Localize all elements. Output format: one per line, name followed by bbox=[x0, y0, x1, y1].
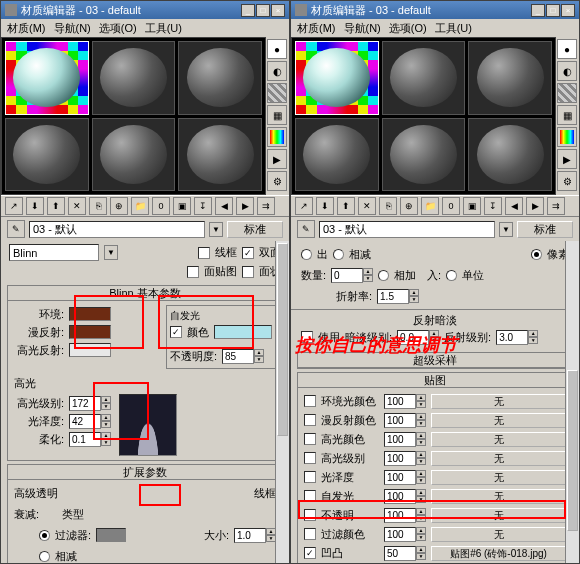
subtract-radio[interactable] bbox=[333, 249, 344, 260]
add-radio[interactable] bbox=[378, 270, 389, 281]
put-library-icon[interactable]: 📁 bbox=[131, 197, 149, 215]
map-amount-input[interactable] bbox=[384, 451, 416, 466]
close-button[interactable]: × bbox=[271, 4, 285, 17]
assign-icon[interactable]: ⬆ bbox=[337, 197, 355, 215]
preview-slot-5[interactable] bbox=[92, 118, 176, 192]
make-unique-icon[interactable]: ⊕ bbox=[400, 197, 418, 215]
map-amount-input[interactable] bbox=[384, 527, 416, 542]
assign-icon[interactable]: ⬆ bbox=[47, 197, 65, 215]
spin-up-icon[interactable]: ▲ bbox=[254, 349, 264, 356]
spin-up-icon[interactable]: ▲ bbox=[416, 413, 426, 420]
spin-up-icon[interactable]: ▲ bbox=[416, 546, 426, 553]
map-slot-button[interactable]: 无 bbox=[431, 394, 566, 409]
scrollbar-thumb[interactable] bbox=[277, 243, 288, 436]
material-type-button[interactable]: 标准 bbox=[227, 221, 283, 238]
spin-up-icon[interactable]: ▲ bbox=[416, 527, 426, 534]
reset-icon[interactable]: ✕ bbox=[358, 197, 376, 215]
dropdown-arrow-icon[interactable]: ▼ bbox=[209, 222, 223, 237]
map-amount-input[interactable] bbox=[384, 394, 416, 409]
show-end-icon[interactable]: ↧ bbox=[484, 197, 502, 215]
options-icon[interactable]: ⚙ bbox=[267, 171, 287, 191]
preview-slot-4[interactable] bbox=[5, 118, 89, 192]
nav-child-icon[interactable]: ⇉ bbox=[547, 197, 565, 215]
menu-material[interactable]: 材质(M) bbox=[7, 21, 46, 36]
map-slot-button[interactable]: 无 bbox=[431, 470, 566, 485]
map-checkbox[interactable] bbox=[304, 509, 316, 521]
copy-icon[interactable]: ⎘ bbox=[89, 197, 107, 215]
video-check-icon[interactable] bbox=[557, 127, 577, 147]
gloss-input[interactable] bbox=[69, 414, 101, 429]
map-amount-input[interactable] bbox=[384, 413, 416, 428]
spin-up-icon[interactable]: ▲ bbox=[416, 394, 426, 401]
reset-icon[interactable]: ✕ bbox=[68, 197, 86, 215]
subtract-radio[interactable] bbox=[39, 551, 50, 562]
map-checkbox[interactable] bbox=[304, 433, 316, 445]
copy-icon[interactable]: ⎘ bbox=[379, 197, 397, 215]
preview-slot-3[interactable] bbox=[178, 41, 262, 115]
spin-up-icon[interactable]: ▲ bbox=[416, 432, 426, 439]
specular-swatch[interactable] bbox=[69, 343, 111, 357]
menu-tools[interactable]: 工具(U) bbox=[435, 21, 472, 36]
map-slot-button[interactable]: 无 bbox=[431, 508, 566, 523]
menu-navigation[interactable]: 导航(N) bbox=[54, 21, 91, 36]
maximize-button[interactable]: □ bbox=[256, 4, 270, 17]
out-radio[interactable] bbox=[301, 249, 312, 260]
backlight-icon[interactable]: ◐ bbox=[267, 61, 287, 81]
background-icon[interactable] bbox=[557, 83, 577, 103]
backlight-icon[interactable]: ◐ bbox=[557, 61, 577, 81]
map-checkbox[interactable] bbox=[304, 452, 316, 464]
spin-down-icon[interactable]: ▼ bbox=[416, 553, 426, 560]
spin-down-icon[interactable]: ▼ bbox=[101, 439, 111, 446]
spin-up-icon[interactable]: ▲ bbox=[416, 508, 426, 515]
put-to-scene-icon[interactable]: ⬇ bbox=[26, 197, 44, 215]
show-map-icon[interactable]: ▣ bbox=[463, 197, 481, 215]
sample-type-icon[interactable]: ● bbox=[267, 39, 287, 59]
ior-input[interactable] bbox=[377, 289, 409, 304]
spin-down-icon[interactable]: ▼ bbox=[409, 296, 419, 303]
map-amount-input[interactable] bbox=[384, 546, 416, 561]
preview-slot-2[interactable] bbox=[382, 41, 466, 115]
spin-up-icon[interactable]: ▲ bbox=[363, 268, 373, 275]
spec-level-input[interactable] bbox=[69, 396, 101, 411]
map-checkbox[interactable] bbox=[304, 395, 316, 407]
two-sided-checkbox[interactable]: ✓ bbox=[242, 247, 254, 259]
show-end-icon[interactable]: ↧ bbox=[194, 197, 212, 215]
map-checkbox[interactable] bbox=[304, 528, 316, 540]
map-amount-input[interactable] bbox=[384, 489, 416, 504]
diffuse-swatch[interactable] bbox=[69, 325, 111, 339]
unit-radio[interactable] bbox=[446, 270, 457, 281]
preview-slot-3[interactable] bbox=[468, 41, 552, 115]
shader-dropdown[interactable]: Blinn bbox=[9, 244, 99, 261]
nav-parent-icon[interactable]: ◀ bbox=[505, 197, 523, 215]
map-checkbox[interactable] bbox=[304, 414, 316, 426]
material-type-button[interactable]: 标准 bbox=[517, 221, 573, 238]
spin-down-icon[interactable]: ▼ bbox=[254, 356, 264, 363]
pick-material-icon[interactable]: ✎ bbox=[7, 220, 25, 238]
scrollbar-thumb[interactable] bbox=[567, 370, 578, 531]
size-input[interactable] bbox=[234, 528, 266, 543]
map-amount-input[interactable] bbox=[384, 470, 416, 485]
opacity-input[interactable] bbox=[222, 349, 254, 364]
video-check-icon[interactable] bbox=[267, 127, 287, 147]
nav-sibling-icon[interactable]: ▶ bbox=[236, 197, 254, 215]
map-slot-button[interactable]: 无 bbox=[431, 527, 566, 542]
get-material-icon[interactable]: ↗ bbox=[295, 197, 313, 215]
facemap-checkbox[interactable] bbox=[187, 266, 199, 278]
menu-options[interactable]: 选项(O) bbox=[99, 21, 137, 36]
spin-down-icon[interactable]: ▼ bbox=[101, 403, 111, 410]
map-checkbox[interactable]: ✓ bbox=[304, 547, 316, 559]
material-name-dropdown[interactable]: 03 - 默认 bbox=[319, 221, 495, 238]
get-material-icon[interactable]: ↗ bbox=[5, 197, 23, 215]
selfillum-swatch[interactable] bbox=[214, 325, 272, 339]
spin-down-icon[interactable]: ▼ bbox=[416, 515, 426, 522]
spin-up-icon[interactable]: ▲ bbox=[101, 414, 111, 421]
map-slot-button[interactable]: 无 bbox=[431, 489, 566, 504]
filter-radio[interactable] bbox=[39, 530, 50, 541]
wire-checkbox[interactable] bbox=[198, 247, 210, 259]
spin-down-icon[interactable]: ▼ bbox=[363, 275, 373, 282]
map-amount-input[interactable] bbox=[384, 432, 416, 447]
put-library-icon[interactable]: 📁 bbox=[421, 197, 439, 215]
map-slot-button[interactable]: 贴图#6 (砖饰-018.jpg) bbox=[431, 546, 566, 561]
spin-down-icon[interactable]: ▼ bbox=[416, 439, 426, 446]
uv-tile-icon[interactable]: ▦ bbox=[557, 105, 577, 125]
